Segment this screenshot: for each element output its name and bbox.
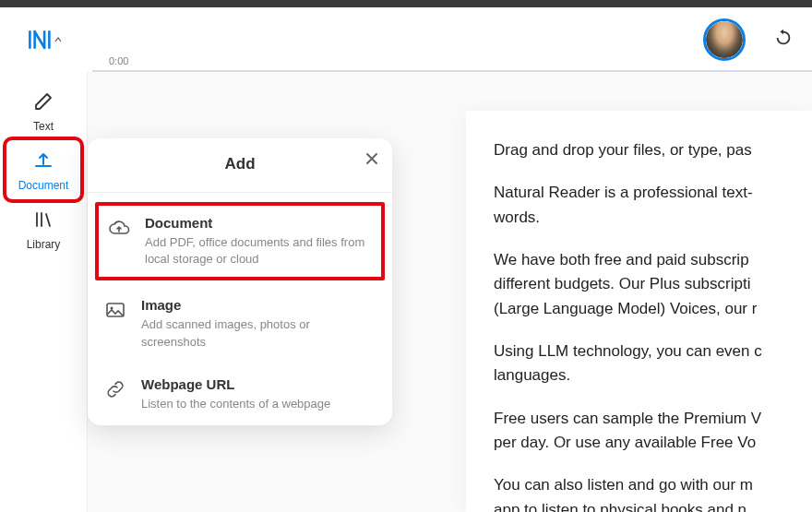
popup-option-desc: Listen to the contents of a webpage: [141, 396, 376, 412]
popup-option-desc: Add PDF, office documents and files from…: [145, 234, 372, 268]
svg-line-2: [34, 31, 44, 48]
popup-option-image[interactable]: Image Add scanned images, photos or scre…: [88, 284, 392, 363]
chevron-down-icon: [54, 31, 63, 48]
content-paragraph: We have both free and paid subscrip diff…: [494, 248, 812, 321]
sidebar-item-document[interactable]: Document: [6, 140, 80, 199]
sidebar-item-label: Library: [27, 238, 61, 251]
sidebar-item-label: Text: [33, 120, 54, 133]
upload-icon: [32, 149, 54, 175]
add-popup: Add Document Add PDF, office documents a…: [88, 138, 392, 425]
time-label: 0:00: [109, 55, 128, 66]
sidebar-item-label: Document: [18, 179, 69, 192]
svg-line-7: [46, 214, 50, 226]
edit-icon: [32, 90, 54, 116]
popup-option-webpage[interactable]: Webpage URL Listen to the contents of a …: [88, 363, 392, 425]
content-paragraph: Free users can sample the Premium V per …: [494, 407, 812, 456]
popup-option-document[interactable]: Document Add PDF, office documents and f…: [95, 202, 385, 280]
window-top-bar: [0, 0, 812, 7]
sidebar-item-text[interactable]: Text: [6, 81, 80, 140]
content-paragraph: Drag and drop your files, or type, pas: [494, 138, 812, 162]
popup-option-desc: Add scanned images, photos or screenshot…: [141, 316, 376, 350]
sidebar: Text Document Library: [0, 72, 88, 512]
app-logo-button[interactable]: [0, 27, 88, 53]
link-icon: [104, 376, 128, 404]
popup-close-button[interactable]: [364, 151, 379, 170]
content-paragraph: Using LLM technology, you can even c lan…: [494, 339, 812, 388]
popup-option-title: Document: [145, 215, 372, 231]
undo-button[interactable]: [773, 28, 794, 52]
sidebar-item-library[interactable]: Library: [6, 199, 80, 258]
popup-header: Add: [88, 138, 392, 193]
popup-title: Add: [224, 155, 255, 173]
popup-option-title: Webpage URL: [141, 376, 376, 392]
library-icon: [32, 208, 54, 234]
close-icon: [364, 153, 379, 169]
image-icon: [104, 297, 128, 325]
content-paragraph: Natural Reader is a professional text- w…: [494, 181, 812, 230]
popup-option-title: Image: [141, 297, 376, 313]
content-paragraph: You can also listen and go with our m ap…: [494, 473, 812, 512]
logo-icon: [26, 27, 52, 53]
cloud-upload-icon: [108, 215, 132, 243]
avatar-image: [706, 21, 743, 58]
document-content-panel: Drag and drop your files, or type, pas N…: [466, 111, 812, 512]
playback-timeline[interactable]: 0:00: [92, 55, 812, 72]
